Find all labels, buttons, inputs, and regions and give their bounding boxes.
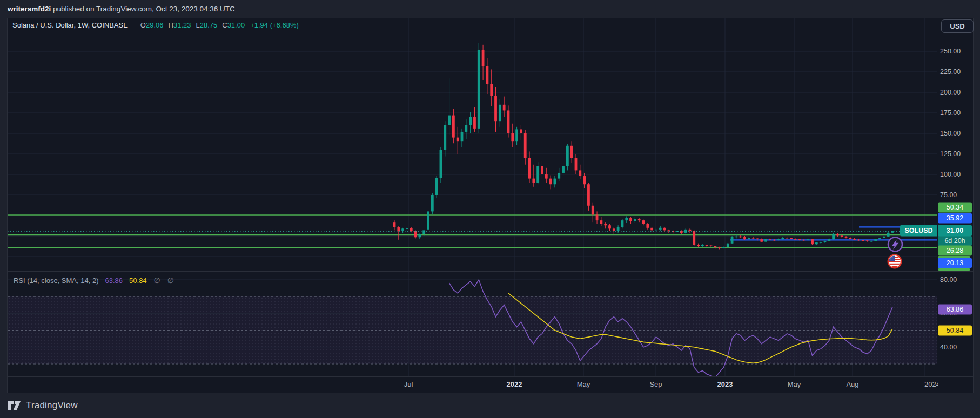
price-scale-tick[interactable]: 250.00	[940, 48, 961, 55]
rsi-value-label[interactable]: 63.86	[938, 305, 972, 315]
hidden-label-sliver	[938, 268, 970, 271]
rsi-hidden-band-value-2: ∅	[167, 276, 174, 285]
price-scale-tick[interactable]: 175.00	[940, 109, 961, 117]
ohlc-key: H	[169, 21, 173, 29]
ohlc-key: C	[222, 21, 227, 29]
price-label-35-92[interactable]: 35.92	[938, 213, 972, 224]
time-scale-label[interactable]: Aug	[846, 380, 858, 388]
price-scale-tick[interactable]: 125.00	[940, 150, 961, 158]
current-price-label[interactable]: 31.00	[938, 225, 972, 237]
price-scale-tick[interactable]: 75.00	[940, 191, 957, 199]
time-scale-separator	[7, 376, 974, 377]
ohlc-value: 31.00	[227, 21, 245, 29]
flash-trade-icon[interactable]	[888, 238, 902, 252]
publish-info-text: published on TradingView.com, Oct 23, 20…	[51, 5, 234, 13]
current-price-symbol-tag[interactable]: SOLUSD	[900, 225, 937, 237]
time-scale-label[interactable]: 2023	[717, 380, 733, 388]
price-label-26-28[interactable]: 26.28	[938, 246, 972, 256]
time-scale-label[interactable]: Sep	[649, 380, 662, 388]
rsi-band-fill	[8, 296, 937, 364]
symbol-legend: Solana / U.S. Dollar, 1W, COINBASE O29.0…	[12, 21, 299, 29]
rsi-sma-value-label[interactable]: 50.84	[938, 326, 972, 336]
rsi-legend-sma-value: 50.84	[129, 277, 147, 285]
bar-countdown-label[interactable]: 6d 20h	[938, 236, 972, 246]
hidden-label-sliver	[938, 256, 970, 258]
symbol-title: Solana / U.S. Dollar, 1W, COINBASE	[12, 21, 128, 29]
price-scale-tick[interactable]: 150.00	[940, 130, 961, 137]
ohlc-key: L	[196, 21, 199, 29]
ohlc-value: 29.06	[146, 21, 164, 29]
tradingview-logo-icon	[8, 401, 21, 410]
ohlc-key: O	[140, 21, 146, 29]
time-scale-label[interactable]: May	[577, 380, 590, 388]
ohlc-values: O29.06H31.23L28.75C31.00	[136, 21, 245, 29]
time-scale-label[interactable]: May	[788, 380, 801, 388]
tradingview-brand-text: TradingView	[26, 400, 78, 411]
time-scale-label[interactable]: Jul	[404, 380, 413, 388]
price-label-50-34[interactable]: 50.34	[938, 203, 972, 213]
rsi-scale-tick[interactable]: 80.00	[940, 276, 957, 284]
rsi-hidden-band-value-1: ∅	[154, 276, 160, 285]
price-scale-tick[interactable]: 100.00	[940, 171, 961, 178]
rsi-legend: RSI (14, close, SMA, 14, 2) 63.86 50.84 …	[14, 276, 174, 285]
time-scale-label[interactable]: 2022	[507, 380, 522, 388]
price-scale-separator	[937, 18, 937, 393]
rsi-legend-title: RSI (14, close, SMA, 14, 2)	[14, 277, 99, 285]
ohlc-value: 31.23	[173, 21, 191, 29]
ohlc-value: 28.75	[200, 21, 218, 29]
floating-icons	[884, 235, 906, 274]
rsi-legend-value: 63.86	[105, 277, 123, 285]
change-value: +1.94 (+6.68%)	[250, 21, 299, 29]
tradingview-footer-link[interactable]: TradingView	[8, 400, 78, 411]
currency-toggle-button[interactable]: USD	[941, 19, 974, 33]
time-scale-label[interactable]: 2024	[924, 380, 938, 388]
publisher-username: writersmfd2i	[8, 5, 51, 13]
rsi-scale-tick[interactable]: 40.00	[940, 343, 957, 351]
price-scale-tick[interactable]: 225.00	[940, 68, 961, 76]
publish-info-bar: writersmfd2i published on TradingView.co…	[8, 0, 235, 18]
pane-separator	[7, 271, 974, 272]
price-scale-tick[interactable]: 200.00	[940, 89, 961, 96]
price-label-20-13[interactable]: 20.13	[938, 258, 972, 268]
us-flag-icon[interactable]	[888, 255, 901, 268]
tradingview-published-chart: writersmfd2i published on TradingView.co…	[0, 0, 980, 418]
